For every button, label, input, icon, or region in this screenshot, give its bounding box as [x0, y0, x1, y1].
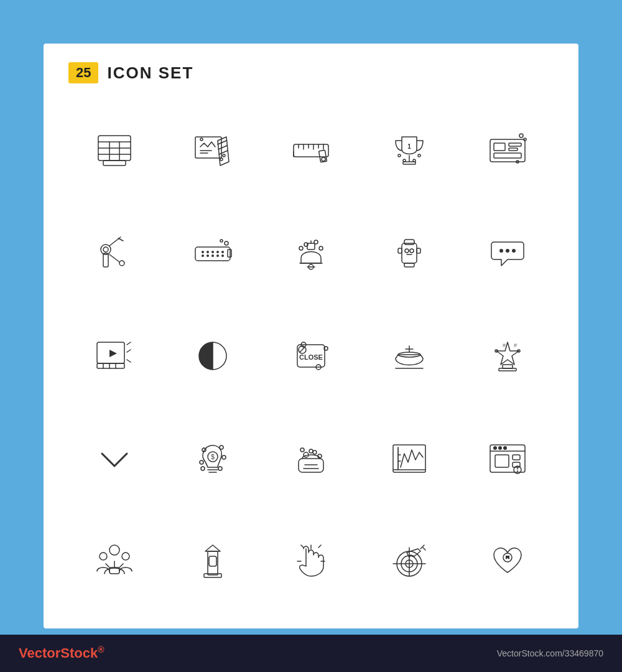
svg-point-136 [498, 446, 502, 450]
svg-point-115 [222, 455, 226, 459]
svg-point-144 [109, 545, 119, 555]
icon-cell-ruler [265, 102, 357, 198]
svg-point-123 [300, 448, 304, 452]
kettle-icon [289, 231, 333, 276]
svg-point-59 [225, 241, 228, 245]
icon-cell-video-editor [68, 307, 160, 404]
svg-rect-37 [494, 153, 521, 158]
chart-icon [387, 436, 432, 481]
svg-rect-73 [404, 263, 414, 267]
svg-rect-41 [103, 253, 108, 267]
svg-line-87 [127, 342, 131, 345]
svg-line-44 [118, 238, 123, 241]
svg-point-49 [207, 251, 209, 253]
icons-grid: 1 [68, 102, 554, 610]
heart-location-icon [485, 539, 530, 584]
icon-cell-target [363, 513, 455, 610]
svg-point-53 [202, 254, 204, 257]
svg-point-14 [220, 158, 223, 161]
connector-icon [190, 231, 235, 276]
white-card: 25 ICON SET [44, 44, 578, 628]
svg-point-135 [493, 446, 497, 450]
svg-line-46 [109, 254, 119, 262]
target-icon [387, 539, 432, 584]
svg-rect-70 [402, 243, 417, 263]
medicine-icon [387, 334, 432, 378]
icon-cell-lightbulb: $ [167, 411, 259, 507]
main-container: 25 ICON SET [0, 0, 622, 672]
svg-rect-103 [503, 365, 513, 368]
icon-cell-connector [167, 205, 259, 301]
atm-icon [92, 128, 137, 173]
footer-url: VectorStock.com/33469870 [497, 648, 603, 658]
icon-cell-blueprint [167, 102, 259, 198]
icon-cell-medicine [363, 307, 455, 404]
svg-point-116 [200, 460, 203, 464]
svg-line-12 [219, 151, 228, 154]
icon-cell-chat [462, 205, 554, 301]
svg-point-75 [410, 249, 414, 253]
svg-point-78 [499, 249, 503, 253]
browser-warning-icon [485, 436, 530, 481]
svg-point-32 [418, 154, 420, 157]
svg-rect-47 [195, 247, 230, 261]
svg-rect-36 [509, 148, 518, 151]
svg-point-57 [221, 254, 224, 257]
header-number: 25 [68, 62, 98, 83]
svg-point-29 [403, 159, 406, 162]
svg-point-15 [200, 138, 203, 141]
svg-line-97 [300, 347, 305, 352]
star-award-icon: # # [485, 334, 530, 378]
svg-point-45 [119, 261, 124, 266]
footer-logo: VectorStock® [19, 645, 104, 661]
svg-rect-71 [398, 248, 402, 253]
soap-icon [289, 436, 333, 481]
svg-point-51 [216, 251, 219, 253]
gesture-icon [289, 539, 333, 584]
svg-line-150 [119, 564, 123, 567]
svg-point-137 [503, 446, 507, 450]
svg-rect-35 [509, 143, 521, 146]
header-title: ICON SET [107, 63, 193, 83]
svg-rect-139 [513, 455, 520, 460]
ruler-icon [289, 128, 333, 173]
icon-cell-contrast [167, 307, 259, 404]
monument-icon [190, 539, 235, 584]
icon-cell-trophy: 1 [363, 102, 455, 198]
svg-rect-6 [103, 161, 126, 166]
chat-icon [485, 231, 530, 276]
svg-line-155 [301, 545, 304, 548]
svg-point-56 [216, 254, 219, 257]
svg-marker-82 [109, 350, 117, 357]
hydrant-icon [387, 231, 432, 276]
svg-point-25 [322, 157, 325, 161]
icon-cell-wireframe [462, 102, 554, 198]
icon-cell-soap [265, 411, 357, 507]
blueprint-icon [190, 128, 235, 173]
svg-point-65 [314, 240, 318, 244]
svg-text:$: $ [211, 454, 215, 460]
svg-text:#: # [503, 342, 506, 348]
svg-point-79 [506, 249, 509, 253]
close-tag-icon: CLOSE [289, 334, 333, 378]
svg-point-31 [398, 154, 401, 157]
svg-point-143 [517, 470, 518, 472]
footer-logo-text: VectorStock [19, 646, 98, 661]
icon-cell-chevron-down [68, 411, 160, 507]
svg-point-52 [221, 251, 224, 253]
svg-point-48 [202, 251, 204, 253]
icon-cell-star-award: # # [462, 307, 554, 404]
svg-point-67 [299, 246, 303, 250]
svg-line-156 [318, 545, 321, 548]
svg-line-10 [218, 141, 226, 144]
svg-text:CLOSE: CLOSE [299, 353, 323, 361]
svg-text:#: # [514, 342, 517, 348]
svg-point-38 [519, 134, 523, 138]
trophy-icon: 1 [387, 128, 432, 173]
svg-rect-83 [97, 363, 124, 368]
svg-point-30 [413, 159, 415, 162]
svg-point-121 [313, 450, 317, 454]
contrast-icon [190, 334, 235, 378]
svg-point-114 [220, 446, 223, 449]
team-icon [92, 539, 137, 584]
